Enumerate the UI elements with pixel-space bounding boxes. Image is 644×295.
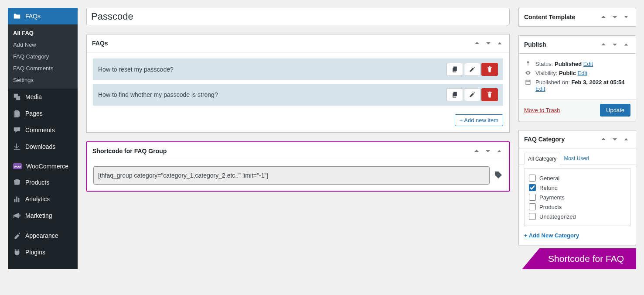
- sidebar-sub-all-faq[interactable]: All FAQ: [8, 27, 78, 39]
- appearance-icon: [13, 232, 21, 240]
- woo-icon: woo: [13, 163, 22, 169]
- sidebar-item-appearance[interactable]: Appearance: [8, 227, 78, 244]
- delete-button[interactable]: [481, 88, 498, 101]
- post-title-input[interactable]: [86, 8, 510, 25]
- triangle-up-icon[interactable]: [622, 135, 630, 144]
- chevron-up-icon[interactable]: [473, 39, 481, 48]
- move-trash-link[interactable]: Move to Trash: [524, 107, 560, 113]
- tag-icon[interactable]: [494, 171, 503, 181]
- content-template-title: Content Template: [524, 14, 575, 21]
- edit-button[interactable]: [464, 63, 480, 76]
- faq-category-title: FAQ Category: [524, 136, 565, 143]
- plugins-icon: [13, 248, 21, 256]
- add-new-category-link[interactable]: + Add New Category: [524, 232, 579, 239]
- duplicate-button[interactable]: [446, 88, 463, 101]
- faq-item: How to find whether my passcode is stron…: [93, 84, 503, 106]
- category-item[interactable]: General: [529, 173, 626, 183]
- add-new-item-button[interactable]: + Add new item: [455, 114, 503, 126]
- published-label: Published on:: [535, 79, 571, 86]
- triangle-up-icon[interactable]: [495, 39, 504, 48]
- category-checkbox-general[interactable]: [529, 175, 536, 182]
- sidebar-label: Marketing: [25, 212, 52, 219]
- faq-category-box: FAQ Category All Category Most Used Gene…: [518, 130, 636, 245]
- category-item[interactable]: Uncategorized: [529, 212, 626, 221]
- chevron-up-icon[interactable]: [599, 13, 608, 21]
- edit-status-link[interactable]: Edit: [583, 61, 593, 67]
- sidebar-sub-faq-category[interactable]: FAQ Category: [8, 51, 78, 62]
- category-checkbox-products[interactable]: [529, 203, 536, 210]
- category-list: General Refund Payments Products Uncateg…: [524, 168, 630, 226]
- sidebar-item-media[interactable]: Media: [8, 89, 78, 105]
- sidebar-submenu: All FAQ Add New FAQ Category FAQ Comment…: [8, 24, 78, 89]
- chevron-up-icon[interactable]: [472, 147, 481, 155]
- triangle-down-icon[interactable]: [622, 13, 630, 21]
- sidebar-item-marketing[interactable]: Marketing: [8, 207, 78, 224]
- eye-icon: [524, 70, 532, 76]
- sidebar-label: Products: [25, 179, 49, 186]
- chevron-down-icon[interactable]: [610, 135, 619, 144]
- visibility-value: Public: [559, 70, 576, 76]
- category-checkbox-uncategorized[interactable]: [529, 213, 536, 220]
- category-item[interactable]: Products: [529, 202, 626, 212]
- chevron-down-icon[interactable]: [610, 40, 619, 49]
- download-icon: [13, 143, 21, 151]
- publish-title: Publish: [524, 41, 546, 48]
- sidebar-sub-add-new[interactable]: Add New: [8, 39, 78, 51]
- faqs-box: FAQs How to reset my passcode?: [86, 34, 510, 133]
- comment-icon: [13, 126, 21, 134]
- shortcode-box: Shortcode for FAQ Group [thfaq_group cat…: [86, 141, 510, 192]
- category-item[interactable]: Refund: [529, 183, 626, 192]
- chevron-up-icon[interactable]: [599, 40, 608, 49]
- update-button[interactable]: Update: [600, 104, 630, 117]
- edit-visibility-link[interactable]: Edit: [578, 70, 587, 76]
- tab-most-used[interactable]: Most Used: [560, 153, 592, 165]
- published-row: Published on: Feb 3, 2022 at 05:54 Edit: [524, 79, 630, 92]
- sidebar-sub-faq-comments[interactable]: FAQ Comments: [8, 62, 78, 74]
- faqs-box-title: FAQs: [92, 40, 108, 47]
- sidebar-item-woocommerce[interactable]: woo WooCommerce: [8, 158, 78, 174]
- sidebar-label: Plugins: [25, 249, 45, 256]
- triangle-up-icon[interactable]: [495, 147, 504, 155]
- bottom-shortcode-tag: Shortcode for FAQ: [522, 248, 636, 269]
- pages-icon: [13, 110, 21, 117]
- sidebar-label: Analytics: [25, 196, 50, 202]
- visibility-row: Visibility: Public Edit: [524, 70, 630, 76]
- chevron-down-icon[interactable]: [484, 147, 492, 155]
- edit-published-link[interactable]: Edit: [535, 86, 545, 92]
- sidebar-item-faqs[interactable]: FAQs: [8, 8, 78, 24]
- category-item[interactable]: Payments: [529, 192, 626, 202]
- media-icon: [13, 93, 21, 101]
- chevron-down-icon[interactable]: [484, 39, 493, 48]
- status-label: Status:: [535, 61, 555, 67]
- sidebar-item-products[interactable]: Products: [8, 174, 78, 191]
- sidebar-label: FAQs: [25, 13, 41, 20]
- chevron-down-icon[interactable]: [610, 13, 619, 21]
- content-template-box: Content Template: [518, 8, 636, 27]
- sidebar-label: Pages: [25, 110, 43, 117]
- edit-button[interactable]: [464, 88, 480, 101]
- shortcode-input[interactable]: [thfaq_group category="category_1,catego…: [93, 166, 490, 185]
- faq-question: How to reset my passcode?: [98, 66, 174, 73]
- sidebar-item-comments[interactable]: Comments: [8, 122, 78, 138]
- category-tabs: All Category Most Used: [519, 153, 636, 165]
- delete-button[interactable]: [481, 63, 498, 76]
- sidebar-item-plugins[interactable]: Plugins: [8, 244, 78, 261]
- triangle-up-icon[interactable]: [622, 40, 630, 49]
- faq-question: How to find whether my passcode is stron…: [98, 91, 218, 98]
- sidebar-label: Downloads: [25, 143, 55, 150]
- status-value: Published: [555, 61, 582, 67]
- sidebar-item-analytics[interactable]: Analytics: [8, 191, 78, 207]
- category-checkbox-payments[interactable]: [529, 194, 536, 201]
- sidebar-sub-settings[interactable]: Settings: [8, 74, 78, 86]
- sidebar-label: WooCommerce: [26, 163, 68, 170]
- admin-sidebar: FAQs All FAQ Add New FAQ Category FAQ Co…: [8, 8, 78, 269]
- faq-item: How to reset my passcode?: [93, 58, 503, 80]
- duplicate-button[interactable]: [446, 63, 463, 76]
- category-checkbox-refund[interactable]: [529, 184, 536, 191]
- sidebar-item-pages[interactable]: Pages: [8, 105, 78, 122]
- sidebar-item-downloads[interactable]: Downloads: [8, 138, 78, 155]
- chevron-up-icon[interactable]: [599, 135, 608, 144]
- tab-all-category[interactable]: All Category: [524, 153, 560, 165]
- shortcode-box-title: Shortcode for FAQ Group: [92, 148, 167, 154]
- published-value: Feb 3, 2022 at 05:54: [571, 79, 624, 86]
